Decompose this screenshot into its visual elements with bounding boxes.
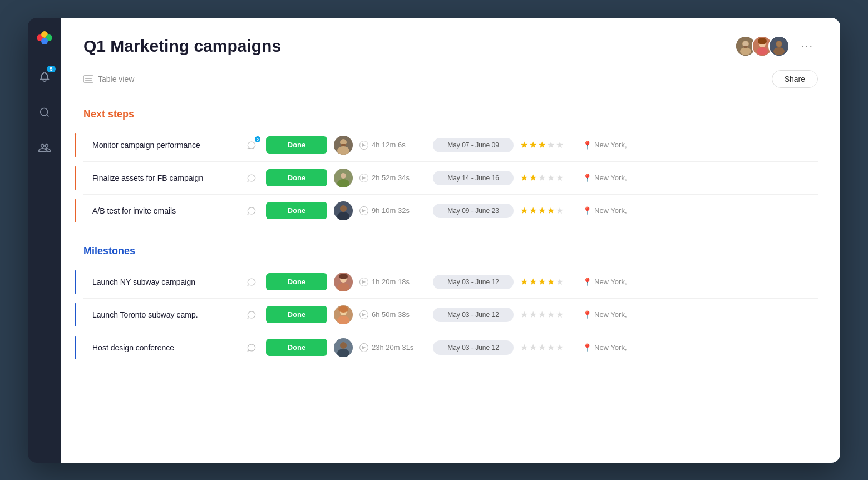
header-actions: ··· — [735, 36, 818, 57]
task-name: Launch Toronto subway camp. — [92, 310, 237, 319]
time-tracker: ▶6h 50m 38s — [359, 310, 426, 319]
svg-point-7 — [740, 47, 751, 55]
comment-icon[interactable] — [244, 307, 259, 323]
table-view-icon — [83, 75, 93, 83]
status-badge[interactable]: Done — [266, 169, 327, 186]
star-empty[interactable]: ★ — [538, 309, 546, 320]
star-empty[interactable]: ★ — [556, 276, 564, 287]
star-empty[interactable]: ★ — [547, 140, 555, 150]
task-row: Launch NY subway campaignDone▶1h 20m 18s… — [83, 266, 818, 299]
location-icon: 📍 — [583, 343, 592, 352]
clock-icon: ▶ — [359, 206, 368, 215]
search-icon[interactable] — [34, 102, 55, 122]
star-filled[interactable]: ★ — [529, 205, 537, 216]
location-label: 📍New York, — [583, 141, 627, 150]
location-text: New York, — [594, 174, 627, 182]
star-empty[interactable]: ★ — [547, 309, 555, 320]
rating-stars[interactable]: ★★★★★ — [520, 172, 576, 183]
location-icon: 📍 — [583, 174, 592, 182]
share-button[interactable]: Share — [772, 70, 818, 88]
star-empty[interactable]: ★ — [538, 172, 546, 183]
svg-rect-9 — [743, 46, 748, 48]
clock-icon: ▶ — [359, 278, 368, 286]
svg-point-23 — [341, 173, 346, 179]
task-avatar — [334, 201, 353, 220]
status-badge[interactable]: Done — [266, 339, 327, 356]
table-view-button[interactable]: Table view — [83, 75, 134, 83]
star-empty[interactable]: ★ — [556, 205, 564, 216]
rating-stars[interactable]: ★★★★★ — [520, 205, 576, 216]
star-empty[interactable]: ★ — [556, 309, 564, 320]
star-filled[interactable]: ★ — [538, 276, 546, 287]
star-filled[interactable]: ★ — [520, 276, 528, 287]
time-tracker: ▶23h 20m 31s — [359, 343, 426, 352]
star-empty[interactable]: ★ — [520, 309, 528, 320]
task-avatar — [334, 273, 353, 291]
status-badge[interactable]: Done — [266, 136, 327, 154]
status-badge[interactable]: Done — [266, 306, 327, 323]
time-tracker: ▶9h 10m 32s — [359, 206, 426, 215]
star-filled[interactable]: ★ — [538, 205, 546, 216]
location-text: New York, — [594, 206, 627, 215]
svg-point-3 — [41, 38, 48, 44]
star-filled[interactable]: ★ — [520, 140, 528, 150]
table-view-label: Table view — [98, 75, 134, 83]
task-name: Host design conference — [92, 343, 237, 352]
status-badge[interactable]: Done — [266, 273, 327, 290]
svg-point-17 — [776, 41, 782, 47]
location-text: New York, — [594, 141, 627, 149]
star-filled[interactable]: ★ — [520, 172, 528, 183]
star-empty[interactable]: ★ — [547, 342, 555, 353]
add-user-icon[interactable] — [34, 138, 55, 158]
section-next-steps: Next stepsMonitor campaign performance5D… — [83, 108, 818, 227]
time-value: 4h 12m 6s — [372, 141, 406, 149]
star-empty[interactable]: ★ — [547, 172, 555, 183]
star-filled[interactable]: ★ — [538, 140, 546, 150]
star-empty[interactable]: ★ — [520, 342, 528, 353]
task-name: Monitor campaign performance — [92, 141, 237, 150]
star-empty[interactable]: ★ — [529, 342, 537, 353]
star-filled[interactable]: ★ — [547, 276, 555, 287]
task-name: Finalize assets for FB campaign — [92, 174, 237, 182]
location-text: New York, — [594, 278, 627, 286]
star-filled[interactable]: ★ — [547, 205, 555, 216]
rating-stars[interactable]: ★★★★★ — [520, 309, 576, 320]
page-title: Q1 Marketing campaigns — [83, 37, 281, 56]
rating-stars[interactable]: ★★★★★ — [520, 140, 576, 150]
star-filled[interactable]: ★ — [520, 205, 528, 216]
svg-point-16 — [773, 47, 785, 55]
star-filled[interactable]: ★ — [529, 140, 537, 150]
clock-icon: ▶ — [359, 141, 368, 150]
star-empty[interactable]: ★ — [529, 309, 537, 320]
star-filled[interactable]: ★ — [529, 276, 537, 287]
location-icon: 📍 — [583, 278, 592, 286]
collaborators-avatar-group — [735, 36, 790, 57]
notification-badge: 5 — [47, 66, 56, 72]
date-range-badge: May 07 - June 09 — [433, 138, 514, 152]
svg-point-4 — [41, 108, 48, 115]
comment-icon[interactable] — [244, 203, 259, 219]
status-badge[interactable]: Done — [266, 202, 327, 219]
clock-icon: ▶ — [359, 310, 368, 319]
comment-icon[interactable]: 5 — [244, 137, 259, 153]
time-value: 2h 52m 34s — [372, 174, 410, 182]
star-filled[interactable]: ★ — [529, 172, 537, 183]
location-label: 📍New York, — [583, 310, 627, 319]
notifications-icon[interactable]: 5 — [34, 67, 55, 87]
rating-stars[interactable]: ★★★★★ — [520, 342, 576, 353]
location-label: 📍New York, — [583, 206, 627, 215]
rating-stars[interactable]: ★★★★★ — [520, 276, 576, 287]
date-range-badge: May 03 - June 12 — [433, 275, 514, 289]
star-empty[interactable]: ★ — [556, 342, 564, 353]
star-empty[interactable]: ★ — [556, 140, 564, 150]
star-empty[interactable]: ★ — [538, 342, 546, 353]
comment-icon[interactable] — [244, 170, 259, 186]
star-empty[interactable]: ★ — [556, 172, 564, 183]
more-options-button[interactable]: ··· — [796, 37, 818, 55]
svg-point-30 — [339, 274, 348, 279]
time-tracker: ▶2h 52m 34s — [359, 174, 426, 182]
comment-icon[interactable] — [244, 340, 259, 355]
location-label: 📍New York, — [583, 278, 627, 286]
comment-icon[interactable] — [244, 274, 259, 290]
location-icon: 📍 — [583, 206, 592, 215]
